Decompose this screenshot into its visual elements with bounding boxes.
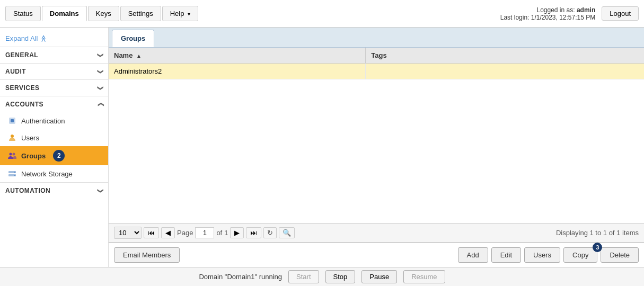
logout-button[interactable]: Logout — [602, 6, 639, 21]
svg-point-8 — [14, 175, 15, 176]
delete-button[interactable]: Delete — [601, 247, 639, 263]
stop-button[interactable]: Stop — [325, 270, 356, 283]
sidebar-item-network-storage-label: Network Storage — [21, 170, 73, 178]
sidebar-item-groups-label: Groups — [21, 152, 46, 160]
general-chevron-icon: ❯ — [97, 52, 104, 58]
sidebar-item-users-label: Users — [21, 134, 39, 142]
col-name-label: Name — [114, 51, 133, 59]
svg-rect-1 — [11, 119, 14, 122]
first-page-button[interactable]: ⏮ — [144, 227, 159, 238]
prev-page-button[interactable]: ◀ — [161, 227, 175, 238]
col-tags-label: Tags — [371, 51, 386, 59]
sidebar-section-automation-header[interactable]: AUTOMATION ❯ — [0, 183, 108, 199]
storage-icon — [7, 169, 17, 178]
domain-status-text: Domain "Domain1" running — [199, 273, 282, 281]
expand-all-button[interactable]: Expand All ≪ — [0, 30, 108, 47]
page-size-select[interactable]: 10 25 50 100 — [114, 227, 142, 239]
nav-status[interactable]: Status — [5, 6, 41, 21]
refresh-button[interactable]: ↻ — [263, 227, 277, 238]
svg-point-4 — [13, 153, 15, 156]
sidebar-section-general-header[interactable]: GENERAL ❯ — [0, 47, 108, 63]
displaying-text: Displaying 1 to 1 of 1 items — [556, 229, 639, 237]
pagination-bar: 10 25 50 100 ⏮ ◀ Page of 1 ▶ ⏭ ↻ 🔍 Displ… — [109, 223, 644, 243]
nav-help[interactable]: Help ▾ — [162, 6, 198, 21]
nav-settings[interactable]: Settings — [120, 6, 161, 21]
group-icon — [7, 151, 17, 160]
username: admin — [577, 6, 595, 14]
top-navigation: Status Domains Keys Settings Help ▾ Logg… — [0, 0, 644, 28]
nav-right: Logged in as: admin Last login: 1/1/2023… — [500, 6, 639, 21]
main-layout: Expand All ≪ GENERAL ❯ AUDIT ❯ SERVICES … — [0, 28, 644, 267]
row-tags-cell — [366, 64, 644, 79]
accounts-chevron-icon: ❯ — [97, 102, 104, 107]
help-dropdown-icon: ▾ — [188, 11, 190, 17]
sidebar-item-users[interactable]: Users — [0, 129, 108, 146]
of-label: of — [216, 229, 222, 237]
table-header: Name ▲ Tags — [109, 48, 644, 64]
row-name-value: Administrators2 — [114, 67, 162, 75]
content-area: Groups Name ▲ Tags — [109, 28, 644, 267]
status-bar: Domain "Domain1" running Start Stop Paus… — [0, 267, 644, 286]
tab-groups[interactable]: Groups — [112, 30, 154, 47]
sidebar: Expand All ≪ GENERAL ❯ AUDIT ❯ SERVICES … — [0, 28, 109, 267]
next-page-button[interactable]: ▶ — [230, 227, 244, 238]
svg-point-7 — [14, 172, 15, 173]
sidebar-section-audit: AUDIT ❯ — [0, 63, 108, 79]
sidebar-section-services-label: SERVICES — [5, 84, 39, 92]
sidebar-item-network-storage[interactable]: Network Storage — [0, 165, 108, 182]
table-body: Administrators2 — [109, 64, 644, 79]
sidebar-section-audit-label: AUDIT — [5, 68, 26, 75]
sidebar-section-services: SERVICES ❯ — [0, 79, 108, 96]
total-pages: 1 — [224, 229, 228, 237]
logged-in-label: Logged in as: — [536, 6, 575, 14]
zoom-button[interactable]: 🔍 — [279, 227, 295, 238]
last-page-button[interactable]: ⏭ — [246, 227, 261, 238]
groups-table: Name ▲ Tags Administrators2 — [109, 48, 644, 79]
nav-keys[interactable]: Keys — [88, 6, 119, 21]
start-button[interactable]: Start — [288, 270, 319, 283]
expand-all-label: Expand All — [5, 34, 38, 42]
copy-label: Copy — [572, 251, 588, 259]
sort-asc-icon: ▲ — [136, 53, 142, 59]
edit-button[interactable]: Edit — [491, 247, 521, 263]
page-label: Page — [177, 229, 193, 237]
add-button[interactable]: Add — [458, 247, 488, 263]
sidebar-item-groups[interactable]: Groups 2 — [0, 146, 108, 165]
services-chevron-icon: ❯ — [97, 85, 104, 91]
svg-point-2 — [11, 135, 14, 138]
last-login-label: Last login: — [500, 14, 530, 21]
sidebar-section-audit-header[interactable]: AUDIT ❯ — [0, 64, 108, 79]
sidebar-section-automation: AUTOMATION ❯ — [0, 182, 108, 199]
nav-domains[interactable]: Domains — [42, 6, 87, 22]
resume-button[interactable]: Resume — [403, 270, 445, 283]
tab-header: Groups — [109, 28, 644, 48]
user-icon — [7, 133, 17, 142]
row-name-cell: Administrators2 — [109, 64, 366, 79]
audit-chevron-icon: ❯ — [97, 69, 104, 74]
sidebar-section-general: GENERAL ❯ — [0, 47, 108, 63]
col-tags: Tags — [366, 48, 644, 64]
email-members-button[interactable]: Email Members — [114, 247, 180, 263]
groups-badge: 2 — [53, 150, 65, 162]
sidebar-section-services-header[interactable]: SERVICES ❯ — [0, 80, 108, 96]
sidebar-section-accounts-label: ACCOUNTS — [5, 101, 43, 108]
svg-point-3 — [10, 153, 12, 156]
users-button[interactable]: Users — [524, 247, 560, 263]
col-name[interactable]: Name ▲ — [109, 48, 366, 64]
sidebar-item-authentication-label: Authentication — [21, 117, 65, 125]
page-number-input[interactable] — [195, 227, 214, 238]
table-row[interactable]: Administrators2 — [109, 64, 644, 79]
last-login-value: 1/1/2023, 12:57:15 PM — [531, 14, 595, 21]
table-area: Name ▲ Tags Administrators2 — [109, 48, 644, 223]
sidebar-section-general-label: GENERAL — [5, 51, 38, 59]
copy-button[interactable]: Copy 3 — [563, 247, 597, 263]
logged-in-info: Logged in as: admin Last login: 1/1/2023… — [500, 6, 595, 21]
automation-chevron-icon: ❯ — [97, 188, 104, 193]
sidebar-section-accounts-header[interactable]: ACCOUNTS ❯ — [0, 96, 108, 112]
sidebar-item-authentication[interactable]: Authentication — [0, 112, 108, 129]
sidebar-section-automation-label: AUTOMATION — [5, 187, 50, 194]
sidebar-section-accounts: ACCOUNTS ❯ Authentication — [0, 96, 108, 182]
action-bar: Email Members Add Edit Users Copy 3 Dele… — [109, 243, 644, 267]
pause-button[interactable]: Pause — [361, 270, 397, 283]
nav-left: Status Domains Keys Settings Help ▾ — [5, 6, 198, 22]
